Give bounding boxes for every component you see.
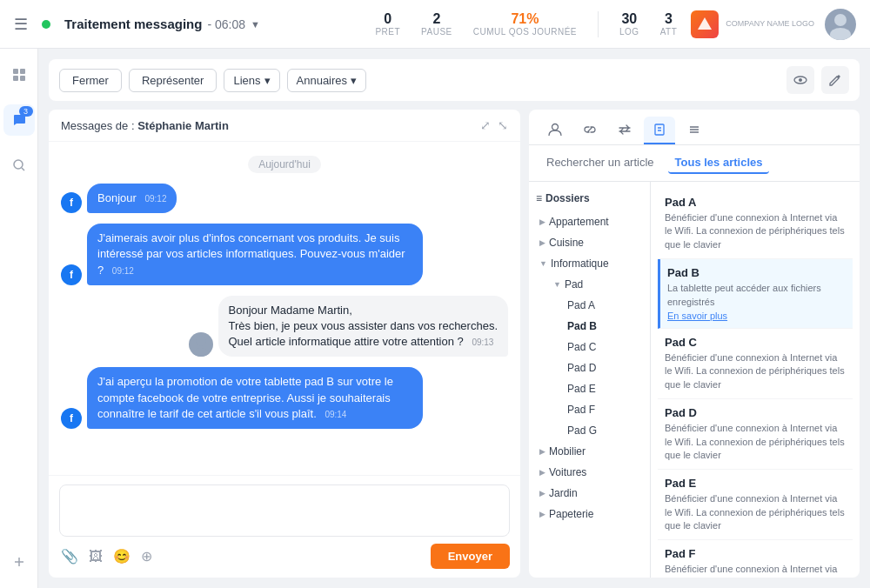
article-item-pad-e[interactable]: Pad E Bénéficier d'une connexion à Inter…	[658, 470, 853, 540]
tree-item-pad-f[interactable]: Pad F	[557, 399, 650, 420]
fb-icon: f	[61, 408, 82, 429]
image-icon[interactable]: 🖼	[87, 547, 104, 566]
tree-group-pad: Pad A Pad B Pad C Pad D Pad E Pad F Pad …	[543, 295, 650, 441]
tree-group-informatique: ▼ Pad Pad A Pad B Pad C Pad D Pad E Pad …	[529, 274, 650, 441]
chat-badge: 3	[19, 106, 33, 117]
sidebar-search-icon[interactable]	[3, 150, 35, 181]
header-time: - 06:08	[207, 17, 245, 31]
close-button[interactable]: Fermer	[59, 69, 122, 92]
message-row: f J'aimerais avoir plus d'infos concerna…	[61, 224, 508, 285]
maximize-icon[interactable]: ⤡	[498, 118, 508, 132]
message-row: f Bonjour 09:12	[61, 184, 508, 213]
tree-item-pad[interactable]: ▼ Pad	[543, 274, 650, 295]
arrow-icon: ▶	[539, 447, 545, 456]
tab-all-articles[interactable]: Tous les articles	[668, 152, 770, 174]
tree-header: ≡ Dossiers	[529, 189, 650, 211]
tree-item-pad-b[interactable]: Pad B	[557, 316, 650, 337]
article-item-pad-d[interactable]: Pad D Bénéficier d'une connexion à Inter…	[658, 399, 853, 470]
chat-input[interactable]	[59, 484, 510, 537]
expand-icon[interactable]: ⤢	[480, 118, 491, 132]
chat-input-footer: 📎 🖼 😊 ⊕ Envoyer	[59, 544, 510, 569]
tree-item-informatique[interactable]: ▼ Informatique	[529, 253, 650, 274]
article-item-pad-b[interactable]: Pad B La tablette peut accéder aux fichi…	[658, 259, 853, 329]
tree-item-appartement[interactable]: ▶ Appartement	[529, 211, 650, 232]
svg-point-15	[552, 124, 559, 130]
stat-pret-value: 0	[375, 11, 400, 27]
tab-book[interactable]	[644, 117, 675, 144]
stat-qos-value: 71%	[473, 11, 577, 27]
stat-divider	[598, 11, 599, 37]
arrow-icon: ▶	[539, 468, 545, 477]
tree-item-papeterie[interactable]: ▶ Papeterie	[529, 504, 650, 525]
tree-item-jardin[interactable]: ▶ Jardin	[529, 483, 650, 504]
directories-chevron-icon: ▾	[351, 74, 357, 87]
stat-log-value: 30	[619, 11, 639, 27]
sidebar-add-icon[interactable]	[3, 546, 35, 578]
tab-transfer[interactable]	[609, 117, 640, 144]
tree-item-pad-e[interactable]: Pad E	[557, 378, 650, 399]
stat-pause-label: PAUSE	[421, 27, 452, 37]
fb-icon: f	[61, 264, 82, 285]
article-item-pad-f[interactable]: Pad F Bénéficier d'une connexion à Inter…	[658, 540, 853, 578]
two-col: Messages de : Stéphanie Martin ⤢ ⤡ Aujou…	[49, 110, 860, 578]
arrow-icon: ▶	[539, 217, 545, 226]
tree-item-pad-g[interactable]: Pad G	[557, 420, 650, 441]
tab-list[interactable]	[679, 117, 710, 144]
arrow-icon: ▶	[539, 489, 545, 498]
message-bubble: J'aimerais avoir plus d'infos concernant…	[87, 224, 423, 285]
arrow-icon: ▼	[539, 259, 547, 268]
tree-item-pad-a[interactable]: Pad A	[557, 295, 650, 316]
sidebar-home-icon[interactable]	[3, 59, 35, 90]
status-dot	[42, 20, 50, 29]
message-bubble: J'ai aperçu la promotion de votre tablet…	[87, 367, 423, 429]
right-panel-tabs	[529, 110, 860, 145]
more-icon[interactable]: ⊕	[139, 546, 154, 566]
chat-input-area: 📎 🖼 😊 ⊕ Envoyer	[49, 475, 520, 578]
article-item-pad-c[interactable]: Pad C Bénéficier d'une connexion à Inter…	[658, 329, 853, 399]
action-bar: Fermer Représenter Liens ▾ Annuaires ▾	[49, 59, 860, 101]
links-dropdown[interactable]: Liens ▾	[224, 69, 279, 92]
tab-search-article[interactable]: Rechercher un article	[539, 152, 661, 174]
right-panel-search: Rechercher un article Tous les articles	[529, 145, 860, 182]
stat-log-label: LOG	[619, 27, 639, 37]
logo-icon	[691, 10, 719, 38]
header-title: Traitement messaging - 06:08 ▼	[64, 17, 260, 31]
stat-pause: 2 PAUSE	[421, 11, 452, 37]
send-button[interactable]: Envoyer	[431, 544, 510, 569]
svg-point-1	[834, 14, 847, 26]
emoji-icon[interactable]: 😊	[111, 546, 132, 566]
represent-button[interactable]: Représenter	[129, 69, 218, 92]
agent-avatar	[189, 332, 213, 357]
stat-att-label: ATT	[660, 27, 678, 37]
directories-dropdown[interactable]: Annuaires ▾	[287, 69, 367, 92]
svg-rect-3	[13, 69, 18, 74]
tree-item-voitures[interactable]: ▶ Voitures	[529, 462, 650, 483]
eye-icon[interactable]	[786, 66, 814, 94]
tab-link[interactable]	[574, 117, 606, 144]
hamburger-icon[interactable]: ☰	[14, 15, 28, 34]
tree-item-cuisine[interactable]: ▶ Cuisine	[529, 232, 650, 253]
tab-person[interactable]	[539, 117, 571, 144]
article-item-pad-a[interactable]: Pad A Bénéficier d'une connexion à Inter…	[658, 189, 853, 259]
message-row: f J'ai aperçu la promotion de votre tabl…	[61, 367, 508, 429]
date-divider: Aujourd'hui	[248, 156, 321, 173]
edit-icon[interactable]	[821, 66, 849, 94]
chat-panel: Messages de : Stéphanie Martin ⤢ ⤡ Aujou…	[49, 110, 520, 578]
stat-att-value: 3	[660, 11, 678, 27]
attachment-icon[interactable]: 📎	[59, 546, 80, 566]
tree-item-mobilier[interactable]: ▶ Mobilier	[529, 441, 650, 462]
company-logo: COMPANY NAME LOGO	[691, 10, 814, 38]
top-header: ☰ Traitement messaging - 06:08 ▼ 0 PRET …	[0, 0, 870, 49]
header-stats: 0 PRET 2 PAUSE 71% Cumul QoS Journée 30 …	[375, 11, 677, 37]
chevron-down-icon[interactable]: ▼	[251, 19, 260, 30]
sidebar-chat-icon[interactable]: 3	[3, 104, 35, 136]
svg-point-14	[192, 348, 210, 357]
svg-rect-6	[20, 76, 25, 81]
svg-rect-16	[655, 124, 664, 135]
tree-item-pad-c[interactable]: Pad C	[557, 337, 650, 357]
header-right: COMPANY NAME LOGO	[691, 9, 856, 40]
header-title-text: Traitement messaging	[64, 17, 202, 31]
message-row: Bonjour Madame Martin, Très bien, je peu…	[61, 296, 508, 357]
tree-item-pad-d[interactable]: Pad D	[557, 357, 650, 378]
svg-marker-0	[698, 17, 712, 30]
